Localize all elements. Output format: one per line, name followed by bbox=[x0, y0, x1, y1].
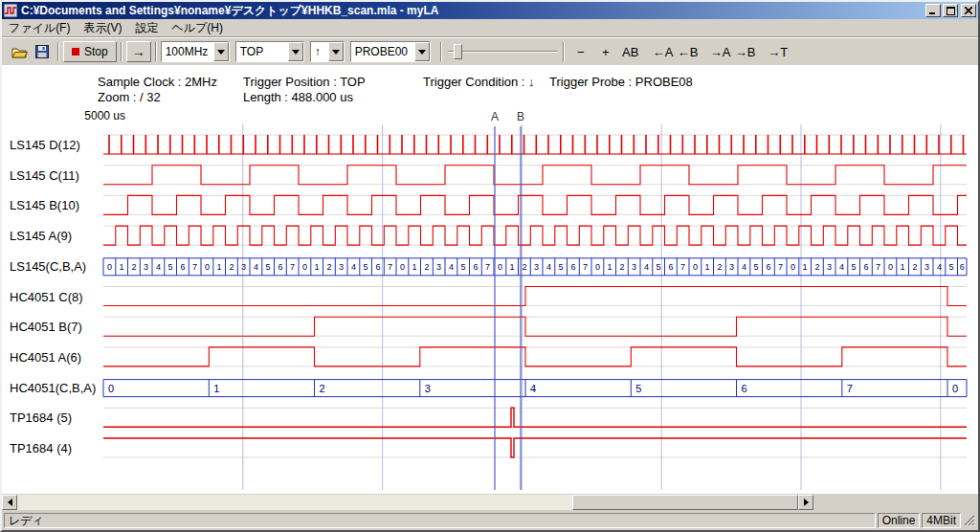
dropdown-button[interactable] bbox=[213, 42, 229, 61]
save-file-button[interactable] bbox=[31, 40, 54, 63]
trigger-position-combobox[interactable]: TOP bbox=[235, 41, 304, 62]
menu-item-file[interactable]: ファイル(F) bbox=[2, 20, 77, 36]
zoom-slider[interactable] bbox=[446, 41, 559, 62]
svg-text:6: 6 bbox=[960, 262, 965, 272]
svg-text:5: 5 bbox=[266, 262, 271, 272]
svg-text:6: 6 bbox=[278, 262, 282, 272]
svg-text:7: 7 bbox=[680, 262, 685, 272]
trigger-edge-value: ↑ bbox=[311, 42, 328, 61]
scroll-right-button[interactable] bbox=[798, 495, 813, 510]
channel-waveform bbox=[103, 317, 967, 336]
slider-thumb[interactable] bbox=[454, 44, 462, 59]
channel-waveform bbox=[103, 408, 967, 427]
time-origin-label: 5000 us bbox=[84, 109, 125, 122]
prev-a-button[interactable]: ←A bbox=[651, 41, 676, 62]
slider-track[interactable] bbox=[448, 51, 557, 53]
waveform-client-area: Sample Clock : 2MHz Trigger Position : T… bbox=[2, 65, 978, 494]
svg-text:3: 3 bbox=[436, 262, 441, 272]
trigger-probe-combobox[interactable]: PROBE00 bbox=[350, 41, 431, 62]
stop-button[interactable]: Stop bbox=[63, 41, 117, 62]
status-memory: 4MBit bbox=[922, 513, 961, 528]
svg-text:1: 1 bbox=[315, 262, 320, 272]
minimize-button[interactable] bbox=[925, 4, 941, 17]
menu-item-view[interactable]: 表示(V) bbox=[77, 20, 128, 36]
svg-text:1: 1 bbox=[608, 262, 612, 272]
samplerate-value: 100MHz bbox=[162, 42, 213, 61]
svg-text:5: 5 bbox=[657, 262, 661, 272]
svg-text:6: 6 bbox=[766, 262, 770, 272]
svg-text:5: 5 bbox=[364, 262, 368, 272]
run-button[interactable]: → bbox=[126, 41, 151, 62]
svg-text:4: 4 bbox=[742, 262, 746, 272]
svg-text:2: 2 bbox=[912, 262, 917, 272]
maximize-button[interactable] bbox=[943, 4, 958, 17]
toolbar-separator bbox=[440, 42, 442, 61]
svg-text:1: 1 bbox=[803, 262, 808, 272]
svg-text:0: 0 bbox=[595, 262, 600, 272]
svg-text:7: 7 bbox=[388, 262, 392, 272]
channel-waveform: 0123456701234567012345670123456701234567… bbox=[103, 258, 967, 276]
svg-text:5: 5 bbox=[635, 383, 641, 394]
close-button[interactable] bbox=[961, 4, 976, 17]
app-icon bbox=[4, 4, 17, 17]
svg-text:2: 2 bbox=[619, 262, 624, 272]
chevron-down-icon bbox=[217, 50, 225, 58]
svg-text:5: 5 bbox=[461, 262, 466, 272]
menu-item-help[interactable]: ヘルプ(H) bbox=[165, 20, 230, 36]
svg-text:5: 5 bbox=[168, 262, 173, 272]
svg-text:7: 7 bbox=[876, 262, 880, 272]
channel-waveform bbox=[103, 438, 967, 457]
statusbar: レディ Online 4MBit bbox=[2, 511, 978, 530]
svg-text:3: 3 bbox=[729, 262, 734, 272]
svg-text:1: 1 bbox=[901, 262, 905, 272]
svg-text:0: 0 bbox=[498, 262, 502, 272]
zoom-out-button[interactable]: − bbox=[568, 41, 593, 62]
next-b-button[interactable]: →B bbox=[733, 41, 758, 62]
status-ready: レディ bbox=[4, 513, 876, 528]
resize-grip[interactable] bbox=[963, 514, 976, 527]
svg-text:6: 6 bbox=[180, 262, 185, 272]
svg-text:2: 2 bbox=[522, 262, 526, 272]
svg-text:3: 3 bbox=[241, 262, 246, 272]
zoom-in-button[interactable]: + bbox=[593, 41, 618, 62]
prev-b-button[interactable]: ←B bbox=[676, 41, 701, 62]
svg-text:7: 7 bbox=[583, 262, 588, 272]
goto-trigger-button[interactable]: →T bbox=[766, 41, 791, 62]
scroll-left-button[interactable] bbox=[2, 495, 17, 510]
svg-text:0: 0 bbox=[107, 262, 112, 272]
svg-text:1: 1 bbox=[705, 262, 710, 272]
dropdown-button[interactable] bbox=[414, 42, 430, 61]
toolbar: Stop → 100MHz TOP ↑ PROBE00 − + bbox=[2, 37, 978, 65]
svg-text:0: 0 bbox=[693, 262, 698, 272]
svg-text:3: 3 bbox=[144, 262, 148, 272]
stop-label: Stop bbox=[84, 45, 108, 58]
trigger-edge-combobox[interactable]: ↑ bbox=[310, 41, 345, 62]
open-file-button[interactable] bbox=[8, 40, 31, 63]
chevron-down-icon bbox=[332, 50, 340, 58]
channel-waveform bbox=[103, 347, 967, 366]
menu-item-settings[interactable]: 設定 bbox=[128, 20, 165, 36]
svg-text:7: 7 bbox=[847, 383, 853, 394]
minimize-icon bbox=[929, 7, 937, 14]
svg-text:1: 1 bbox=[510, 262, 515, 272]
svg-text:4: 4 bbox=[530, 383, 536, 394]
svg-text:1: 1 bbox=[217, 262, 222, 272]
scrollbar-thumb[interactable] bbox=[572, 495, 798, 510]
svg-text:2: 2 bbox=[229, 262, 234, 272]
svg-text:5: 5 bbox=[559, 262, 564, 272]
open-folder-icon bbox=[11, 46, 28, 58]
next-a-button[interactable]: →A bbox=[708, 41, 733, 62]
dropdown-button[interactable] bbox=[288, 42, 303, 61]
svg-text:7: 7 bbox=[485, 262, 490, 272]
svg-text:4: 4 bbox=[351, 262, 356, 272]
dropdown-button[interactable] bbox=[328, 42, 344, 61]
marker-label-A: A bbox=[491, 110, 499, 123]
stop-icon bbox=[72, 48, 79, 55]
samplerate-combobox[interactable]: 100MHz bbox=[161, 41, 230, 62]
svg-text:2: 2 bbox=[131, 262, 136, 272]
horizontal-scrollbar[interactable] bbox=[2, 495, 813, 510]
svg-text:3: 3 bbox=[827, 262, 832, 272]
goto-ab-button[interactable]: AB bbox=[618, 41, 643, 62]
channel-waveform: 012345670 bbox=[103, 380, 967, 397]
titlebar[interactable]: C:¥Documents and Settings¥noname¥デスクトップ¥… bbox=[2, 2, 978, 19]
